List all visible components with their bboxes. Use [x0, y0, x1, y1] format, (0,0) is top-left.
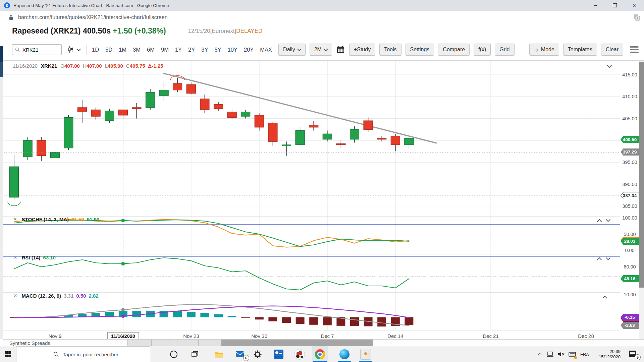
photos-app-button[interactable] [358, 346, 374, 362]
clock[interactable]: 20:39 15/12/2020 [592, 346, 621, 362]
period-button-6m[interactable]: 6M [147, 47, 155, 53]
chart-type-button[interactable] [67, 46, 80, 53]
price-tick: 390.00 [620, 181, 639, 187]
search-icon [15, 47, 20, 52]
search-placeholder: Taper ici pour rechercher [63, 352, 118, 357]
period-button-3y[interactable]: 3Y [201, 47, 208, 53]
close-study-icon[interactable]: × [13, 217, 17, 222]
screen: b Rapeseed May '21 Futures Interactive C… [0, 0, 644, 362]
mode-button[interactable]: ☼ Mode [529, 44, 559, 56]
chart-toolbar: 1D5D1M3M6M9M1Y2Y3Y5Y10Y20YMAX Daily 2M +… [0, 38, 644, 61]
maximize-button[interactable] [605, 0, 625, 11]
period-button-5y[interactable]: 5Y [214, 47, 221, 53]
language-indicator[interactable]: FRA [578, 346, 591, 362]
scrollbar-thumb[interactable] [639, 62, 644, 288]
contact-card-icon [274, 350, 283, 359]
price-badge: -0.15 [621, 314, 639, 321]
frequency-dropdown[interactable]: Daily [278, 44, 306, 56]
toolbar-button-grid[interactable]: Grid [495, 44, 514, 56]
period-button-3m[interactable]: 3M [133, 47, 141, 53]
contacts-app-button[interactable] [271, 346, 286, 362]
price-badge: 400.50 [621, 136, 639, 143]
url-text[interactable]: barchart.com/futures/quotes/XRK21/intera… [18, 14, 168, 20]
low-value: 405.00 [108, 63, 123, 69]
display-tray-icon[interactable] [545, 346, 555, 362]
period-button-10y[interactable]: 10Y [228, 47, 237, 53]
settings-button[interactable] [250, 346, 265, 362]
symbol-search-input[interactable] [22, 47, 57, 53]
calendar-icon[interactable] [337, 46, 344, 54]
close-label: C [126, 63, 130, 69]
close-button[interactable]: × [625, 0, 644, 11]
macd-panel-controls[interactable] [603, 295, 606, 300]
symbol-search-box[interactable] [12, 44, 62, 55]
window-title: Rapeseed May '21 Futures Interactive Cha… [13, 3, 169, 8]
close-study-icon[interactable]: × [13, 255, 17, 260]
tray-time: 20:39 [609, 349, 621, 354]
period-button-2y[interactable]: 2Y [188, 47, 195, 53]
edge-button[interactable] [336, 346, 353, 362]
toolbar-button-study[interactable]: +Study [349, 44, 375, 56]
ohlc-readout: 11/16/2020 XRK21 O407.00 H407.00 L405.00… [13, 63, 166, 69]
toolbar-button-settings[interactable]: Settings [406, 44, 434, 56]
laptop-icon [547, 351, 553, 357]
task-view-button[interactable] [187, 346, 202, 362]
toolbar-button-fx[interactable]: f(x) [474, 44, 491, 56]
period-button-1y[interactable]: 1Y [175, 47, 182, 53]
windows-taskbar: Taper ici pour rechercher 6 [0, 346, 644, 362]
period-button-5d[interactable]: 5D [105, 47, 112, 53]
stochf-panel-controls[interactable] [598, 219, 610, 223]
toolbar-button-tools[interactable]: Tools [379, 44, 401, 56]
taskbar-search[interactable]: Taper ici pour rechercher [16, 346, 150, 362]
task-view-icon [192, 351, 198, 358]
tray-expand-button[interactable] [535, 346, 544, 362]
clear-button[interactable]: Clear [601, 44, 623, 56]
price-badge: -3.63 [621, 322, 639, 329]
chart-canvas[interactable] [3, 61, 620, 332]
volume-tray-icon[interactable] [556, 346, 566, 362]
page-scrollbar[interactable] [639, 61, 644, 345]
chevron-down-icon [297, 47, 302, 51]
keyboard-status-dot [574, 356, 577, 359]
windows-logo-icon [5, 351, 11, 357]
period-button-1d[interactable]: 1D [92, 47, 99, 53]
period-button-9m[interactable]: 9M [161, 47, 169, 53]
mail-button[interactable]: 6 [232, 346, 247, 362]
touch-keyboard-tray-icon[interactable] [567, 346, 578, 362]
minimize-icon [594, 5, 597, 6]
divider [86, 45, 87, 55]
study-value: 0.50 [76, 293, 86, 299]
farm-app-button[interactable] [292, 346, 307, 362]
left-sidebar-fragment-dark [0, 46, 3, 62]
cortana-button[interactable] [166, 346, 181, 362]
sun-icon: ☼ [534, 47, 539, 53]
window-controls: × [586, 0, 644, 11]
menu-icon[interactable] [630, 46, 639, 53]
start-button[interactable] [0, 346, 16, 362]
file-explorer-button[interactable] [212, 346, 226, 362]
price-badge: 48.16 [621, 275, 639, 282]
rsi-panel-controls[interactable] [598, 257, 610, 261]
notification-center-button[interactable]: 5 [625, 346, 641, 362]
translate-icon[interactable]: A [633, 14, 640, 21]
chrome-button-active[interactable] [312, 346, 328, 362]
minimize-button[interactable] [586, 0, 605, 11]
period-button-1m[interactable]: 1M [119, 47, 126, 53]
study-value: 91.59 [71, 217, 84, 222]
price-axis[interactable]: 415.00410.00405.00395.00390.00385.00100.… [620, 61, 639, 339]
toolbar-button-compare[interactable]: Compare [438, 44, 470, 56]
period-button-20y[interactable]: 20Y [244, 47, 254, 53]
symbol-title: Rapeseed (XRK21) 400.50s [12, 26, 111, 36]
templates-button[interactable]: Templates [563, 44, 597, 56]
macd-values: 3.310.502.82 [64, 293, 101, 299]
x-axis-label: Nov 23 [183, 333, 199, 339]
price-tick: 395.00 [620, 159, 639, 165]
range-dropdown[interactable]: 2M [310, 44, 332, 56]
synthetic-spreads-label: Synthetic Spreads [9, 340, 50, 346]
period-button-max[interactable]: MAX [260, 47, 272, 53]
macd-panel-header: × MACD (12, 26, 9) 3.310.502.82 [13, 293, 101, 299]
open-value: 407.00 [64, 63, 80, 69]
main-panel-collapse[interactable] [608, 64, 611, 67]
close-study-icon[interactable]: × [13, 293, 17, 298]
chevron-down-icon [324, 47, 328, 51]
